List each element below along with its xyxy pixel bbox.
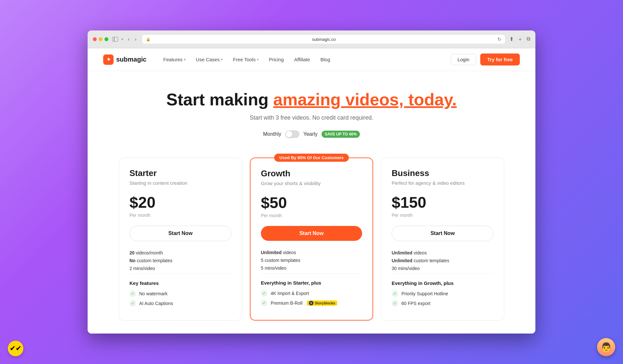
starter-stat-3: 2 mins/video xyxy=(129,266,231,271)
business-feature-2-text: 60 FPS export xyxy=(401,301,431,306)
check-icon: ✓ xyxy=(261,290,267,297)
growth-plan-price: $50 xyxy=(261,194,362,212)
close-button[interactable] xyxy=(93,37,97,41)
nav-label-use-cases: Use Cases xyxy=(196,57,220,62)
logo[interactable]: ✦ submagic xyxy=(103,54,146,65)
business-plan-period: Per month xyxy=(392,213,494,218)
storyblocks-num: 5 xyxy=(309,301,313,305)
hero-title: Start making amazing videos, today. xyxy=(103,90,520,109)
hero-title-static: Start making xyxy=(166,90,273,109)
business-plan-name: Business xyxy=(392,168,494,178)
chevron-down-icon: ▾ xyxy=(257,58,259,61)
hero-subtitle: Start with 3 free videos. No credit card… xyxy=(103,114,520,121)
new-tab-icon[interactable]: ＋ xyxy=(518,36,523,43)
starter-stat-1: 20 videos/month xyxy=(129,250,231,255)
starter-features-label: Key features xyxy=(129,280,231,286)
growth-stat-3: 5 mins/video xyxy=(261,265,362,271)
plan-growth: Used By 80% Of Our Customers Growth Grow… xyxy=(250,158,373,321)
nav-item-affiliate[interactable]: Affiliate xyxy=(290,54,314,65)
check-icon: ✓ xyxy=(392,300,398,307)
check-icon: ✓ xyxy=(129,300,136,307)
nav-item-blog[interactable]: Blog xyxy=(316,54,334,65)
traffic-lights xyxy=(93,37,108,41)
url-display: submagic.co xyxy=(153,37,495,42)
logo-text: submagic xyxy=(116,56,146,63)
business-stat-3: 30 mins/video xyxy=(392,266,494,271)
growth-features-label: Everything in Starter, plus xyxy=(261,280,362,286)
avatar-image: 👨 xyxy=(597,338,615,356)
growth-plan-period: Per month xyxy=(261,213,362,218)
nav-item-pricing[interactable]: Pricing xyxy=(265,54,288,65)
logo-icon: ✦ xyxy=(103,54,114,65)
growth-feature-1: ✓ 4K Import & Export xyxy=(261,290,362,297)
starter-stat-2: No custom templates xyxy=(129,258,231,263)
starter-plan-desc: Starting in content creation xyxy=(129,180,231,186)
starter-feature-2: ✓ AI Auto Captions xyxy=(129,300,231,307)
minimize-button[interactable] xyxy=(99,37,103,41)
hero-section: Start making amazing videos, today. Star… xyxy=(88,71,535,151)
nav-actions: Login Try for free xyxy=(451,53,520,65)
chevron-down-icon: ▾ xyxy=(221,58,223,61)
check-icon: ✓ xyxy=(261,300,267,306)
business-feature-2: ✓ 60 FPS export xyxy=(392,300,494,307)
save-badge: SAVE UP TO 40% xyxy=(322,131,360,138)
hero-title-highlight: amazing videos, today. xyxy=(273,90,457,109)
growth-start-button[interactable]: Start Now xyxy=(261,226,362,241)
business-features-label: Everything in Growth, plus xyxy=(392,280,494,286)
business-stat-1: Unlimited videos xyxy=(392,250,494,255)
nav-label-free-tools: Free Tools xyxy=(233,57,256,62)
starter-plan-name: Starter xyxy=(129,168,231,178)
forward-button[interactable]: › xyxy=(133,36,138,43)
back-button[interactable]: ‹ xyxy=(127,36,131,43)
billing-toggle-switch[interactable] xyxy=(285,130,299,138)
growth-plan-name: Growth xyxy=(261,169,362,179)
starter-feature-2-text: AI Auto Captions xyxy=(139,301,173,306)
nav-item-free-tools[interactable]: Free Tools ▾ xyxy=(229,54,263,65)
try-for-free-button[interactable]: Try for free xyxy=(480,53,520,65)
browser-chrome: ▼ ‹ › 🔒 submagic.co ↻ ⬆ ＋ ⧉ xyxy=(88,30,535,48)
chat-icon: ✔✔ xyxy=(10,344,21,353)
chat-bubble-button[interactable]: ✔✔ xyxy=(8,341,23,356)
lock-icon: 🔒 xyxy=(146,37,151,41)
pricing-section: Starter Starting in content creation $20… xyxy=(88,151,535,334)
starter-start-button[interactable]: Start Now xyxy=(129,226,231,241)
support-avatar-button[interactable]: 👨 xyxy=(597,338,615,356)
starter-feature-1-text: No watermark xyxy=(139,291,167,296)
logo-symbol: ✦ xyxy=(106,56,111,63)
plan-business: Business Perfect for agency & video edit… xyxy=(381,158,504,321)
page-content: ✦ submagic Features ▾ Use Cases ▾ Free T… xyxy=(88,48,535,333)
growth-stat-2: 5 custom templates xyxy=(261,258,362,263)
business-plan-price: $150 xyxy=(392,194,494,211)
address-bar[interactable]: 🔒 submagic.co ↻ xyxy=(142,34,506,44)
nav-links: Features ▾ Use Cases ▾ Free Tools ▾ Pric… xyxy=(159,54,451,65)
growth-feature-1-text: 4K Import & Export xyxy=(271,291,309,296)
billing-monthly-label: Monthly xyxy=(263,131,281,137)
tabs-icon[interactable]: ⧉ xyxy=(527,36,530,43)
refresh-button[interactable]: ↻ xyxy=(497,37,501,42)
login-button[interactable]: Login xyxy=(451,54,476,65)
nav-item-use-cases[interactable]: Use Cases ▾ xyxy=(192,54,226,65)
maximize-button[interactable] xyxy=(104,37,108,41)
browser-controls: ▼ ‹ › xyxy=(112,36,138,43)
growth-stat-1: Unlimited videos xyxy=(261,250,362,255)
nav-label-blog: Blog xyxy=(320,57,330,62)
nav-label-features: Features xyxy=(163,57,182,62)
growth-plan-desc: Grow your shorts & visibility xyxy=(261,181,362,186)
storyblocks-label: Storyblocks xyxy=(315,301,335,305)
starter-plan-period: Per month xyxy=(129,213,231,218)
browser-window: ▼ ‹ › 🔒 submagic.co ↻ ⬆ ＋ ⧉ ✦ submagic xyxy=(88,30,535,333)
browser-actions: ⬆ ＋ ⧉ xyxy=(509,36,530,43)
featured-badge: Used By 80% Of Our Customers xyxy=(274,154,349,162)
business-plan-desc: Perfect for agency & video editors xyxy=(392,180,494,186)
sidebar-toggle-icon[interactable] xyxy=(112,37,118,41)
business-feature-1: ✓ Priority Support Hotline xyxy=(392,290,494,297)
billing-toggle: Monthly Yearly SAVE UP TO 40% xyxy=(103,130,520,138)
check-icon: ✓ xyxy=(392,290,398,297)
billing-yearly-label: Yearly xyxy=(303,131,318,137)
business-start-button[interactable]: Start Now xyxy=(392,226,494,241)
business-stat-2: Unlimited custom templates xyxy=(392,258,494,263)
share-icon[interactable]: ⬆ xyxy=(509,36,514,43)
business-feature-1-text: Priority Support Hotline xyxy=(401,291,448,296)
storyblocks-badge: 5 Storyblocks xyxy=(307,300,337,306)
nav-item-features[interactable]: Features ▾ xyxy=(159,54,189,65)
